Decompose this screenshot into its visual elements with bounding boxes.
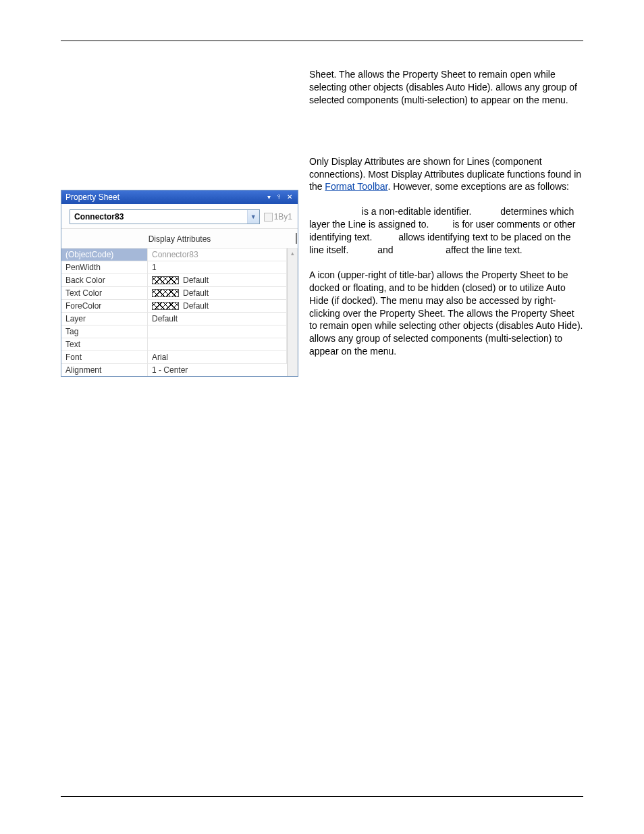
attr-value[interactable]: Default	[148, 312, 287, 325]
attr-value[interactable]: Default	[148, 273, 287, 286]
attr-name[interactable]: Alignment	[61, 363, 148, 376]
rule-top	[61, 41, 583, 41]
para-intro-b: . However, some exceptions are as follow…	[387, 181, 568, 192]
color-swatch-icon	[152, 289, 179, 297]
attr-value[interactable]: Connector83	[148, 248, 287, 261]
attr-name[interactable]: Back Color	[61, 273, 148, 286]
panel-title: Property Sheet	[65, 192, 263, 202]
chevron-down-icon[interactable]: ▼	[247, 210, 259, 224]
checkbox-icon	[264, 213, 273, 221]
pin-icon[interactable]: ⫯	[275, 193, 284, 202]
attr-name[interactable]: Text	[61, 338, 148, 350]
attributes-grid: (ObjectCode)Connector83▴PenWidth1Back Co…	[61, 248, 298, 376]
format-toolbar-link[interactable]: Format Toolbar	[325, 181, 387, 192]
attr-value[interactable]	[148, 325, 287, 338]
attr-name[interactable]: PenWidth	[61, 261, 148, 273]
para-menu: A icon (upper-right of title-bar) allows…	[309, 269, 583, 358]
section-header: Display Attributes	[61, 228, 298, 248]
scrollbar[interactable]: ▴	[287, 248, 298, 376]
attr-value[interactable]: Default	[148, 299, 287, 312]
color-swatch-icon	[152, 302, 179, 310]
attr-name[interactable]: Font	[61, 350, 148, 363]
attr-value[interactable]: 1	[148, 261, 287, 273]
attr-name[interactable]: Layer	[61, 312, 148, 325]
attr-value[interactable]	[148, 338, 287, 350]
attr-value[interactable]: 1 - Center	[148, 363, 287, 376]
color-swatch-icon	[152, 276, 179, 284]
attr-name[interactable]: (ObjectCode)	[61, 248, 148, 261]
para-bullets: is a non-editable identifier. determines…	[309, 205, 583, 257]
object-selector[interactable]: Connector83 ▼	[70, 209, 260, 224]
attr-name[interactable]: ForeColor	[61, 299, 148, 312]
panel-titlebar: Property Sheet ▾ ⫯ ✕	[61, 190, 298, 204]
para-intro: Only Display Attributes are shown for Li…	[309, 155, 583, 194]
rule-bottom	[61, 796, 583, 797]
attr-name[interactable]: Tag	[61, 325, 148, 338]
attr-value[interactable]: Default	[148, 286, 287, 299]
attr-value[interactable]: Arial	[148, 350, 287, 363]
property-sheet-panel: Property Sheet ▾ ⫯ ✕ Connector83 ▼ 1By1 …	[61, 190, 298, 377]
close-icon[interactable]: ✕	[285, 193, 294, 202]
oneby1-label: 1By1	[274, 212, 292, 221]
para-continuation: Sheet. The allows the Property Sheet to …	[309, 68, 583, 107]
oneby1-checkbox[interactable]: 1By1	[264, 212, 292, 221]
object-selector-value: Connector83	[70, 212, 247, 221]
attr-name[interactable]: Text Color	[61, 286, 148, 299]
menu-dropdown-icon[interactable]: ▾	[265, 193, 273, 202]
